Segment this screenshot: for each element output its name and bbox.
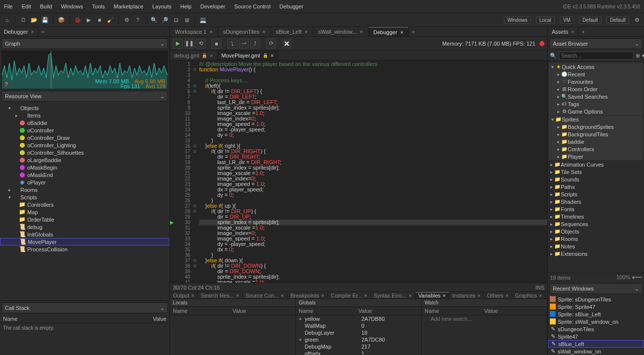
workspace-tab[interactable]: sBlue_Left× — [271, 27, 313, 36]
laptop-mode-button[interactable]: 💻 — [198, 15, 208, 25]
recent-item[interactable]: 🟫Sprite: sDungeonTiles — [548, 296, 644, 303]
close-icon[interactable]: × — [270, 53, 273, 59]
game-options-button[interactable]: ⚙ — [122, 15, 132, 25]
menu-developer[interactable]: Developer — [201, 3, 225, 9]
close-icon[interactable]: × — [505, 293, 508, 298]
debug-button[interactable]: 🐞 — [73, 15, 83, 25]
asset-item-shaders[interactable]: ▸📁Shaders — [548, 198, 644, 205]
workspace-tab[interactable]: sWall_window...× — [313, 27, 368, 36]
debugger-tab[interactable]: Debugger × — [0, 27, 39, 36]
asset-item-extensions[interactable]: ▸📁Extensions — [548, 250, 644, 257]
variable-row[interactable]: DebugMap217 — [296, 343, 421, 350]
filter-button[interactable]: ⊕ — [636, 51, 640, 61]
pause-button[interactable]: ❚❚ — [184, 39, 194, 49]
variable-row[interactable]: +green2A7DC80 — [296, 336, 421, 343]
save-button[interactable]: 💾 — [40, 15, 50, 25]
realtime-button[interactable]: ⟳ — [266, 39, 276, 49]
graph-help-button[interactable]: ? — [3, 81, 10, 88]
asset-item-tile-sets[interactable]: ▸📁Tile Sets — [548, 168, 644, 176]
close-icon[interactable]: × — [262, 29, 265, 35]
close-icon[interactable]: × — [31, 29, 34, 35]
close-icon[interactable]: × — [281, 293, 284, 298]
close-icon[interactable]: × — [360, 29, 363, 35]
memory-graph[interactable]: Mem 7.00 MB Avg 6.98 MB Fps 131 Avg 128 … — [1, 51, 168, 89]
recent-item[interactable]: 🟦Sprite: sBlue_Left — [548, 310, 644, 318]
menu-tools[interactable]: Tools — [92, 3, 105, 9]
asset-search-input[interactable] — [559, 52, 634, 60]
run-button[interactable]: ▶ — [84, 15, 94, 25]
tree-item-controllers[interactable]: 📁Controllers — [0, 201, 169, 208]
close-icon[interactable]: × — [191, 293, 194, 298]
asset-item-scripts[interactable]: ▸📁Scripts — [548, 190, 644, 198]
stop-debug-button[interactable]: ■ — [212, 39, 221, 49]
bottom-tab-others[interactable]: Others× — [484, 292, 512, 298]
tree-item-scripts[interactable]: ▾Scripts — [0, 193, 169, 201]
close-icon[interactable]: × — [442, 293, 445, 298]
toggle-dock-button[interactable]: ⊞ — [182, 15, 192, 25]
workspace-tab[interactable]: Debugger× — [369, 27, 409, 36]
asset-item-game-options[interactable]: ▸⚙Game Options — [549, 108, 643, 115]
file-tab[interactable]: MovePlayer.gml🔒× — [217, 51, 278, 60]
asset-item-paths[interactable]: ▸📁Paths — [548, 183, 644, 190]
tree-item-moveplayer[interactable]: 📜MovePlayer — [0, 238, 169, 245]
zoom-reset-button[interactable]: ⊡ — [171, 15, 181, 25]
resource-view-header[interactable]: Resource View ⌄ — [1, 91, 168, 102]
bottom-tab-variables[interactable]: Variables× — [415, 292, 449, 298]
asset-item-rooms[interactable]: ▸📁Rooms — [548, 235, 644, 242]
open-project-button[interactable]: 📂 — [29, 15, 39, 25]
tree-item-debug[interactable]: 📜debug — [0, 223, 169, 231]
asset-item-objects[interactable]: ▸📁Objects — [548, 228, 644, 235]
menu-help[interactable]: Help — [180, 3, 192, 9]
target-vm[interactable]: VM — [560, 16, 574, 24]
add-tab-button[interactable]: + — [579, 27, 588, 36]
bottom-tab-compileer[interactable]: Compile Er...× — [328, 292, 371, 298]
recent-item[interactable]: ✎sWall_window_on — [548, 348, 644, 355]
close-icon[interactable]: × — [236, 293, 239, 298]
recent-item[interactable]: ✎sDungeonTiles — [548, 325, 644, 333]
menu-source-control[interactable]: Source Control — [234, 3, 270, 9]
variable-row[interactable]: DebugLayer18 — [296, 329, 421, 336]
asset-browser-header[interactable]: Asset Browser ⌄ — [549, 38, 643, 49]
menu-build[interactable]: Build — [40, 3, 52, 9]
variable-row[interactable]: WallMap0 — [296, 322, 421, 329]
continue-button[interactable]: ▶ — [173, 39, 183, 49]
close-icon[interactable]: × — [210, 29, 213, 35]
add-tab-button[interactable]: + — [39, 27, 48, 36]
chevron-down-icon[interactable]: ⌄ — [160, 93, 164, 100]
target-local[interactable]: Local — [536, 16, 555, 24]
asset-item-controllers[interactable]: ▸📁Controllers — [549, 145, 643, 153]
tree-item-objects[interactable]: ▾Objects — [0, 104, 169, 112]
bottom-tab-searchres[interactable]: Search Res...× — [198, 292, 242, 298]
tree-item-processcollision[interactable]: 📜ProcessCollision — [0, 245, 169, 253]
home-button[interactable]: ⌂ — [2, 15, 12, 25]
bottom-tab-sourcecon[interactable]: Source Con...× — [243, 292, 288, 298]
assets-tab[interactable]: Assets × — [548, 27, 579, 36]
graph-panel-header[interactable]: Graph ⌄ — [1, 38, 168, 49]
add-asset-button[interactable]: ▾ — [642, 51, 644, 61]
restart-button[interactable]: ⟲ — [196, 39, 206, 49]
asset-item-backgroundsprites[interactable]: ▸📁BackgroundSprites — [549, 123, 643, 130]
callstack-header[interactable]: Call Stack ⌄ — [1, 302, 168, 313]
asset-item-fonts[interactable]: ▸📁Fonts — [548, 205, 644, 213]
menu-debugger[interactable]: Debugger — [279, 3, 303, 9]
workspace-tab[interactable]: Workspace 1× — [170, 27, 218, 36]
asset-item-backgroundtiles[interactable]: ▸📁BackgroundTiles — [549, 130, 643, 138]
bottom-tab-syntaxerro[interactable]: Syntax Erro...× — [371, 292, 415, 298]
add-watch-row[interactable]: Add new watch... — [422, 315, 547, 322]
file-tab[interactable]: debug.gml🔒× — [170, 51, 217, 60]
recent-item[interactable]: ✎Sprite47 — [548, 333, 644, 340]
menu-layouts[interactable]: Layouts — [152, 3, 171, 9]
tree-item-omaskend[interactable]: oMaskEnd — [0, 171, 169, 178]
close-icon[interactable]: × — [210, 53, 213, 59]
target-default[interactable]: Default — [579, 16, 602, 24]
tree-item-initglobals[interactable]: 📜InitGlobals — [0, 231, 169, 238]
close-icon[interactable]: × — [478, 293, 481, 298]
menu-windows[interactable]: Windows — [61, 3, 83, 9]
recent-windows-header[interactable]: Recent Windows ⌄ — [549, 283, 643, 294]
recent-item[interactable]: 🟧Sprite: Sprite47 — [548, 303, 644, 310]
close-debugger-button[interactable]: ✕ — [282, 39, 292, 49]
target-settings-button[interactable]: ⚙ — [632, 15, 642, 25]
zoom-slider[interactable]: ●━━ — [632, 274, 642, 280]
tree-item-olargebaddie[interactable]: oLargeBaddie — [0, 156, 169, 164]
chevron-down-icon[interactable]: ⌄ — [635, 41, 639, 47]
